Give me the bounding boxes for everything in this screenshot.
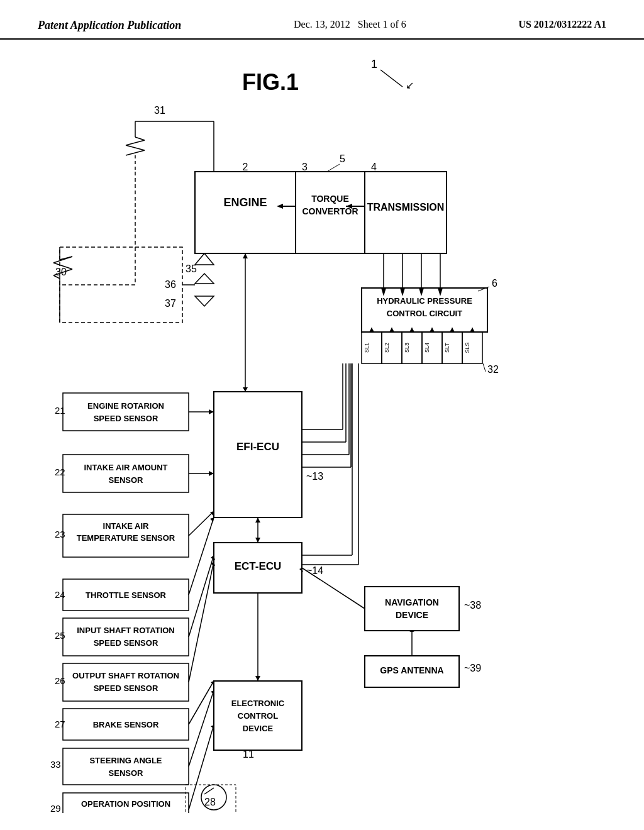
ref-5: 5: [340, 153, 345, 164]
svg-marker-22: [419, 288, 424, 296]
ref-32: 32: [487, 364, 499, 375]
svg-line-68: [302, 568, 365, 609]
ref-3: 3: [302, 162, 308, 172]
ref-28: 28: [204, 797, 216, 807]
ref-37: 37: [165, 298, 176, 309]
svg-marker-52: [195, 253, 214, 265]
svg-text:SL3: SL3: [404, 343, 410, 353]
electronic-label1: ELECTRONIC: [231, 699, 285, 708]
figure-title: FIG.1: [242, 69, 299, 95]
svg-text:SENSOR: SENSOR: [109, 812, 144, 813]
engine-label: ENGINE: [223, 196, 267, 209]
ref-27: 27: [55, 719, 65, 729]
svg-text:SL4: SL4: [424, 343, 430, 353]
svg-marker-41: [369, 328, 374, 332]
ref-2: 2: [243, 162, 248, 172]
svg-text:SLT: SLT: [444, 343, 450, 353]
svg-text:SL2: SL2: [384, 343, 390, 353]
svg-marker-123: [255, 517, 260, 523]
page-header: Patent Application Publication Dec. 13, …: [0, 0, 644, 40]
svg-line-10: [327, 164, 340, 172]
efi-ecu-box: [214, 392, 302, 517]
engine-box: [195, 172, 296, 253]
ect-ecu-label: ECT-ECU: [235, 560, 282, 572]
svg-text:OPERATION POSITION: OPERATION POSITION: [81, 799, 170, 809]
ref-13: ~13: [306, 471, 323, 482]
svg-line-3: [126, 140, 145, 145]
svg-marker-54: [195, 296, 214, 306]
navigation-label1: NAVIGATION: [385, 597, 439, 607]
sensor-25-box: [63, 618, 189, 656]
svg-line-2: [135, 137, 145, 140]
svg-marker-91: [209, 471, 214, 476]
svg-text:SLS: SLS: [464, 342, 470, 353]
electronic-label3: DEVICE: [243, 724, 274, 733]
svg-text:SPEED SENSOR: SPEED SENSOR: [94, 683, 158, 693]
svg-text:SPEED SENSOR: SPEED SENSOR: [94, 414, 158, 423]
hydraulic-label2: CONTROL CIRCUIT: [387, 309, 462, 318]
svg-marker-67: [243, 387, 248, 392]
svg-text:INPUT SHAFT ROTATION: INPUT SHAFT ROTATION: [77, 626, 175, 635]
hydraulic-label1: HYDRAULIC PRESSURE: [377, 296, 472, 306]
svg-line-5: [126, 150, 145, 155]
ref-1-arrow: ↙: [406, 80, 414, 91]
svg-line-4: [126, 145, 145, 150]
svg-text:SENSOR: SENSOR: [109, 768, 144, 778]
electronic-label2: CONTROL: [238, 711, 278, 721]
svg-line-101: [189, 555, 214, 637]
ref-1: 1: [371, 58, 377, 70]
diagram-area: FIG.1 1 ↙ 31 ENGINE 2 TORQUE CONVERTOR 3…: [0, 40, 644, 813]
svg-marker-122: [255, 538, 260, 543]
svg-line-94: [189, 511, 214, 536]
ref-14: ~14: [306, 565, 323, 576]
svg-marker-45: [409, 328, 414, 332]
svg-marker-47: [430, 328, 435, 332]
gps-label: GPS ANTENNA: [380, 665, 443, 675]
ref-33: 33: [50, 759, 61, 770]
ref-21: 21: [55, 405, 65, 416]
svg-text:ENGINE ROTARION: ENGINE ROTARION: [87, 401, 164, 411]
ref-38: ~38: [464, 600, 481, 611]
navigation-box: [365, 587, 459, 631]
svg-line-60: [53, 257, 72, 263]
svg-line-115: [204, 788, 214, 794]
sensor-21-box: [63, 393, 189, 431]
torque-label: TORQUE: [311, 194, 349, 204]
svg-marker-53: [195, 274, 214, 284]
svg-marker-18: [381, 288, 386, 296]
svg-marker-87: [209, 409, 214, 414]
svg-marker-51: [470, 328, 475, 332]
ref-29: 29: [50, 803, 61, 813]
ref-4: 4: [371, 162, 377, 172]
sensor-22-box: [63, 455, 189, 492]
svg-line-0: [380, 70, 402, 87]
header-date-sheet: Dec. 13, 2012 Sheet 1 of 6: [294, 19, 406, 30]
ref-39: ~39: [464, 663, 481, 673]
ref-23: 23: [55, 529, 65, 540]
patent-diagram: FIG.1 1 ↙ 31 ENGINE 2 TORQUE CONVERTOR 3…: [0, 40, 644, 813]
patent-number: US 2012/0312222 A1: [518, 19, 606, 30]
svg-marker-12: [277, 204, 283, 209]
svg-marker-125: [255, 676, 260, 681]
svg-text:OUTPUT SHAFT ROTATION: OUTPUT SHAFT ROTATION: [72, 671, 179, 680]
ref-6: 6: [492, 278, 497, 289]
transmission-box: [365, 172, 447, 253]
ref-24: 24: [55, 589, 65, 600]
svg-text:STEERING ANGLE: STEERING ANGLE: [89, 756, 162, 765]
svg-text:SL1: SL1: [364, 343, 370, 353]
svg-text:INTAKE AIR: INTAKE AIR: [103, 521, 150, 531]
svg-marker-49: [450, 328, 455, 332]
svg-text:SENSOR: SENSOR: [109, 475, 144, 485]
publication-label: Patent Application Publication: [38, 19, 181, 32]
ref-31: 31: [154, 105, 165, 116]
svg-marker-98: [210, 517, 214, 522]
svg-line-105: [189, 562, 214, 682]
svg-marker-66: [243, 253, 248, 258]
ref-22: 22: [55, 467, 65, 477]
svg-marker-24: [438, 288, 443, 296]
efi-ecu-label: EFI-ECU: [236, 441, 279, 453]
svg-marker-20: [400, 288, 405, 296]
ref-25: 25: [55, 630, 65, 641]
svg-text:BRAKE SENSOR: BRAKE SENSOR: [93, 720, 159, 729]
svg-line-37: [483, 363, 486, 372]
